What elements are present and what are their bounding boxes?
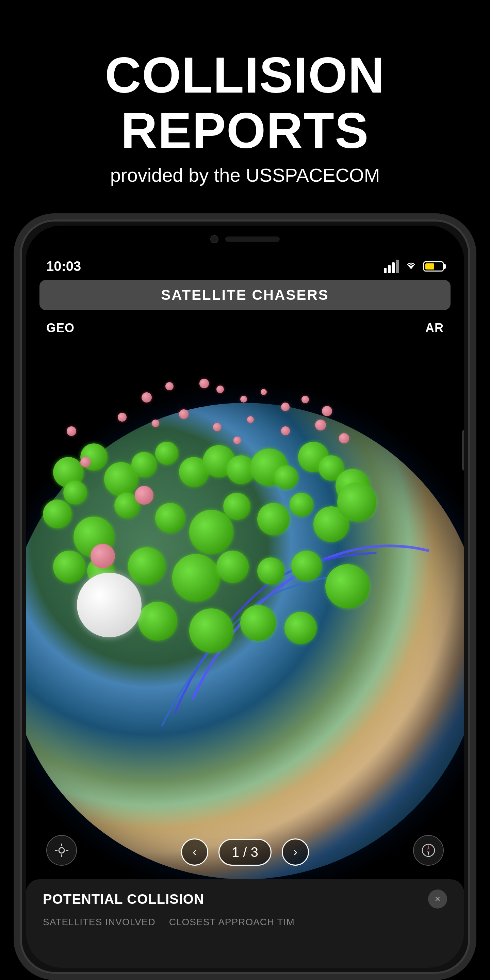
satellite-pink-15 [281,426,290,435]
satellite-green-2[interactable] [63,481,87,504]
satellite-pink-9 [322,406,332,416]
status-bar: 10:03 [26,253,464,280]
satellite-green-30[interactable] [257,557,285,585]
potential-collision-label: POTENTIAL COLLISION [43,891,204,907]
battery-fill [425,263,434,269]
satellite-pink-19 [135,486,153,504]
satellite-pink-8 [301,396,309,403]
satellite-green-36[interactable] [285,612,317,644]
app-title-text: SATELLITE CHASERS [161,287,329,303]
satellite-green-20[interactable] [223,493,250,520]
satellite-green-27[interactable] [128,547,165,585]
satellite-pink-3 [199,379,209,388]
wifi-icon [404,259,418,274]
speaker-notch [225,237,280,242]
satellite-green-18[interactable] [155,503,185,533]
satellite-green-29[interactable] [216,550,249,583]
status-icons [384,259,444,274]
satellite-green-19[interactable] [189,510,234,554]
satellite-green-5[interactable] [131,452,157,477]
satellite-pink-5 [240,396,247,402]
collision-panel: POTENTIAL COLLISION × SATELLITES INVOLVE… [26,879,464,968]
status-time: 10:03 [46,259,81,274]
satellite-green-24[interactable] [337,482,376,522]
phone-mockup: 10:03 [14,213,476,980]
satellite-green-11[interactable] [274,466,298,489]
satellite-green-22[interactable] [290,493,313,517]
camera-notch [210,235,218,243]
satellite-green-21[interactable] [257,503,290,535]
satellite-pink-1 [142,392,152,402]
satellite-pink-16 [315,420,326,430]
satellite-pink-2 [165,382,173,390]
phone-notch [26,226,464,253]
satellite-white-main[interactable] [77,573,142,637]
ar-label[interactable]: AR [425,321,444,335]
satellite-pink-18 [80,457,91,467]
satellite-green-35[interactable] [240,605,276,641]
satellite-green-34[interactable] [189,608,234,653]
satellite-green-33[interactable] [138,601,177,641]
satellite-pink-20 [91,544,115,568]
satellite-green-32[interactable] [325,564,369,608]
satellite-pink-17 [339,433,349,443]
close-collision-button[interactable]: × [428,889,447,908]
phone-bezel: 10:03 [14,213,476,980]
satellite-pink-10 [118,413,127,422]
satellite-green-31[interactable] [291,550,322,581]
satellite-green-6[interactable] [155,442,178,465]
collision-panel-row: SATELLITES INVOLVED CLOSEST APPROACH TIM [43,917,447,928]
nav-next-button[interactable]: › [282,838,309,865]
satellite-pink-4 [216,385,224,393]
side-scroll-indicator [462,430,464,471]
phone-screen: 10:03 [26,226,464,968]
navigation-controls: ‹ 1 / 3 › [26,832,464,872]
satellites-involved-label: SATELLITES INVOLVED [43,917,156,928]
app-title-bar: SATELLITE CHASERS [40,280,450,310]
satellite-pink-22 [234,437,241,444]
satellite-green-28[interactable] [172,554,220,601]
battery-icon [423,261,444,272]
satellite-pink-7 [281,402,290,411]
satellite-green-15[interactable] [43,500,72,528]
satellite-pink-14 [247,416,254,423]
satellite-pink-6 [261,389,267,395]
closest-approach-label: CLOSEST APPROACH TIM [169,917,295,928]
page-title: COLLISION REPORTS [0,48,490,159]
satellite-green-25[interactable] [53,550,86,583]
page-subtitle: provided by the USSPACECOM [0,164,490,186]
satellite-pink-12 [179,409,189,419]
nav-counter: 1 / 3 [218,839,272,865]
satellite-pink-13 [213,423,221,431]
nav-prev-button[interactable]: ‹ [181,838,208,865]
satellite-pink-21 [67,426,76,436]
geo-label[interactable]: GEO [46,321,75,335]
signal-icon [384,259,399,273]
satellite-pink-11 [152,420,159,427]
collision-panel-header: POTENTIAL COLLISION × [43,889,447,908]
